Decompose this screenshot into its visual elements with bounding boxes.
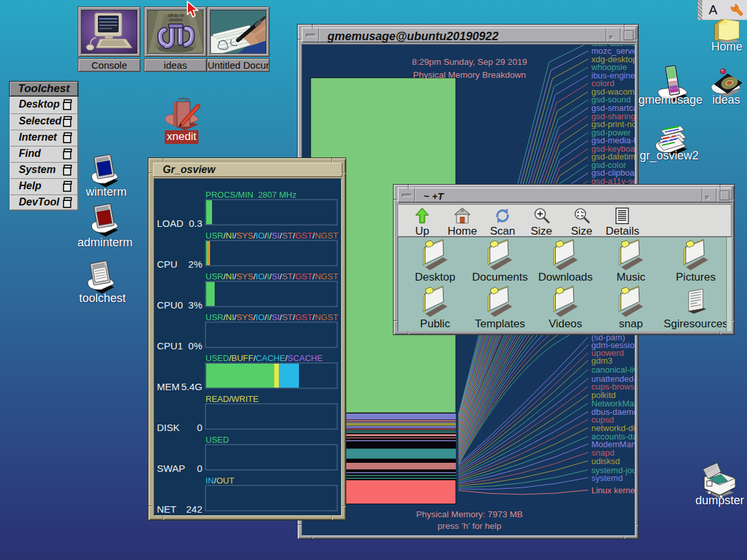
svg-text:canonical-live: canonical-live <box>591 365 635 375</box>
svg-text:ideas in: ideas in <box>168 13 184 18</box>
svg-text:Physical Memory: 7973 MB: Physical Memory: 7973 MB <box>416 509 523 519</box>
svg-text:242: 242 <box>186 504 202 515</box>
svg-text:READ/WRITE: READ/WRITE <box>206 394 259 404</box>
svg-text:press ’h’ for help: press ’h’ for help <box>438 521 502 531</box>
svg-text:CPU1: CPU1 <box>157 340 183 351</box>
svg-text:0.3: 0.3 <box>189 218 202 229</box>
svg-text:DISK: DISK <box>157 422 180 433</box>
svg-text:USR/NI/SYS/IO/I/SI/ST/GST/NGST: USR/NI/SYS/IO/I/SI/ST/GST/NGST <box>206 312 338 322</box>
svg-text:3%: 3% <box>188 299 202 310</box>
svg-text:motion: motion <box>169 18 182 22</box>
svg-text:LOAD: LOAD <box>157 218 184 229</box>
svg-text:Physical Memory Breakdown: Physical Memory Breakdown <box>413 70 526 80</box>
svg-text:8:29pm Sunday, Sep 29 2019: 8:29pm Sunday, Sep 29 2019 <box>412 57 527 67</box>
svg-text:CPU0: CPU0 <box>157 299 183 310</box>
svg-text:0: 0 <box>197 422 202 433</box>
svg-text:NET: NET <box>157 504 176 515</box>
svg-text:systemd: systemd <box>591 473 622 483</box>
svg-text:Linux kernel: Linux kernel <box>591 485 635 495</box>
svg-text:gdm3: gdm3 <box>591 356 613 366</box>
svg-text:CPU: CPU <box>157 259 178 270</box>
svg-text:IN/OUT: IN/OUT <box>206 476 234 485</box>
svg-text:udisksd: udisksd <box>591 456 620 466</box>
svg-text:2%: 2% <box>188 259 202 270</box>
svg-text:MEM: MEM <box>157 381 180 392</box>
svg-text:USED/BUFF/CACHE/SCACHE: USED/BUFF/CACHE/SCACHE <box>206 353 323 363</box>
svg-text:USR/NI/SYS/IO/I/SI/ST/GST/NGST: USR/NI/SYS/IO/I/SI/ST/GST/NGST <box>206 231 338 240</box>
svg-text:SWAP: SWAP <box>157 463 185 474</box>
svg-text:PROCS/MIN 2807 MHz: PROCS/MIN 2807 MHz <box>206 190 296 200</box>
svg-text:USR/NI/SYS/IO/I/SI/ST/GST/NGST: USR/NI/SYS/IO/I/SI/ST/GST/NGST <box>206 272 338 281</box>
svg-text:0: 0 <box>197 463 202 474</box>
svg-text:0%: 0% <box>188 340 202 351</box>
svg-text:5.4G: 5.4G <box>181 381 202 392</box>
svg-text:USED: USED <box>206 435 229 445</box>
